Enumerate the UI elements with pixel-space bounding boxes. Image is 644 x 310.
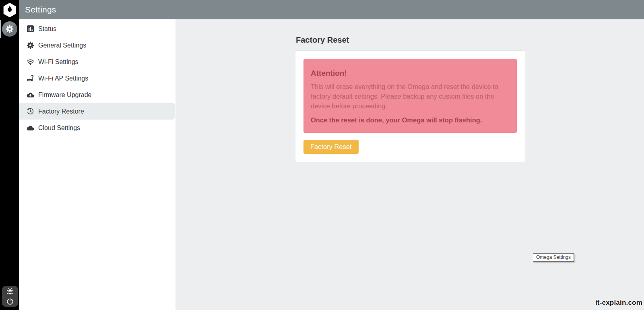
- gear-icon: [26, 41, 35, 50]
- sidebar-item-general-settings[interactable]: General Settings: [19, 37, 175, 54]
- power-icon: [6, 297, 14, 305]
- factory-reset-button[interactable]: Factory Reset: [303, 140, 359, 154]
- page-header: Settings: [19, 0, 644, 19]
- onion-flame-logo-svg: [2, 2, 17, 18]
- sidebar-item-label: Cloud Settings: [38, 124, 80, 132]
- sidebar-item-factory-restore[interactable]: Factory Restore: [19, 103, 175, 120]
- sidebar-item-firmware-upgrade[interactable]: Firmware Upgrade: [19, 87, 175, 103]
- content-title: Factory Reset: [296, 35, 349, 45]
- history-icon: [26, 107, 35, 116]
- wifi-ap-router-icon: [26, 74, 35, 83]
- onion-flame-logo-icon[interactable]: [2, 2, 17, 18]
- alert-body-text: This will erase everything on the Omega …: [311, 82, 510, 111]
- sidebar-item-label: Status: [38, 25, 56, 33]
- attention-alert: Attention! This will erase everything on…: [303, 59, 517, 133]
- main-content: Factory Reset Attention! This will erase…: [175, 19, 644, 310]
- debug-bug-button[interactable]: [6, 287, 14, 296]
- status-chart-icon: [26, 25, 35, 33]
- settings-app-badge[interactable]: [2, 21, 17, 37]
- sidebar-item-status[interactable]: Status: [19, 21, 175, 37]
- settings-sidebar: Status: [19, 19, 175, 310]
- sidebar-item-wifi-settings[interactable]: Wi-Fi Settings: [19, 54, 175, 70]
- watermark-text: it-explain.com: [595, 299, 642, 307]
- sidebar-item-label: General Settings: [38, 42, 86, 49]
- sidebar-item-label: Factory Restore: [38, 108, 84, 115]
- cloud-icon: [26, 124, 35, 132]
- gear-icon: [6, 25, 14, 33]
- cloud-download-icon: [26, 91, 35, 99]
- app-rail: [0, 0, 19, 310]
- app-root: Settings Status: [0, 0, 644, 310]
- sidebar-item-cloud-settings[interactable]: Cloud Settings: [19, 120, 175, 136]
- sidebar-item-wifi-ap-settings[interactable]: Wi-Fi AP Settings: [19, 70, 175, 87]
- power-button[interactable]: [6, 297, 14, 306]
- wifi-icon: [26, 58, 35, 66]
- alert-heading: Attention!: [311, 69, 510, 78]
- sidebar-item-label: Firmware Upgrade: [38, 91, 91, 99]
- rail-bottom-tools: [2, 286, 18, 307]
- rail-active-indicator: [0, 20, 1, 38]
- sidebar-item-label: Wi-Fi Settings: [38, 58, 78, 66]
- page-title: Settings: [25, 5, 56, 14]
- sidebar-item-label: Wi-Fi AP Settings: [38, 75, 88, 82]
- omega-settings-tooltip: Omega Settings: [533, 253, 574, 262]
- factory-reset-card: Attention! This will erase everything on…: [295, 50, 525, 162]
- bug-icon: [6, 287, 14, 296]
- alert-bold-note: Once the reset is done, your Omega will …: [311, 116, 510, 125]
